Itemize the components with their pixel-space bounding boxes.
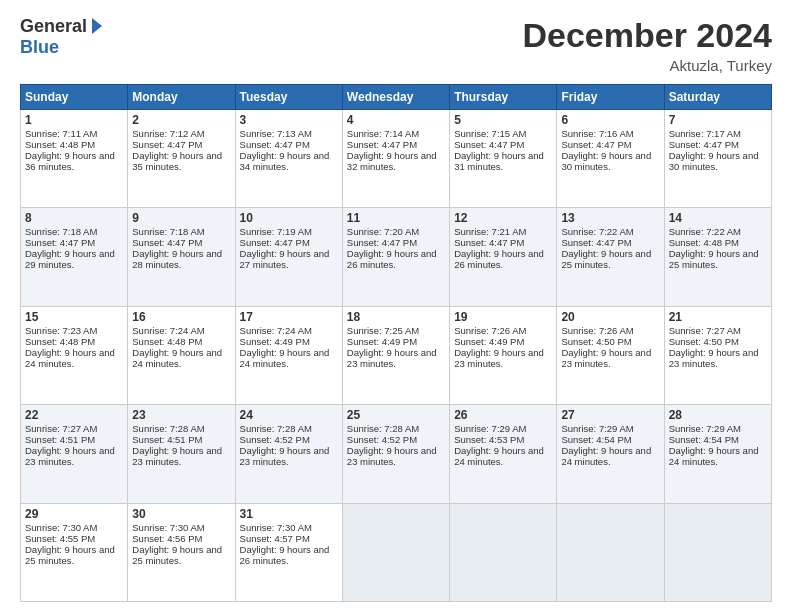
daylight-text: Daylight: 9 hours and 23 minutes.: [132, 445, 222, 467]
sunset-text: Sunset: 4:47 PM: [561, 237, 631, 248]
day-number: 3: [240, 113, 338, 127]
sunset-text: Sunset: 4:48 PM: [132, 336, 202, 347]
sunset-text: Sunset: 4:57 PM: [240, 533, 310, 544]
calendar-week-row: 15Sunrise: 7:23 AMSunset: 4:48 PMDayligh…: [21, 306, 772, 404]
logo-general: General: [20, 16, 87, 37]
day-number: 1: [25, 113, 123, 127]
calendar-cell: 1Sunrise: 7:11 AMSunset: 4:48 PMDaylight…: [21, 110, 128, 208]
calendar-table: SundayMondayTuesdayWednesdayThursdayFrid…: [20, 84, 772, 602]
day-number: 21: [669, 310, 767, 324]
sunset-text: Sunset: 4:50 PM: [561, 336, 631, 347]
daylight-text: Daylight: 9 hours and 36 minutes.: [25, 150, 115, 172]
calendar-cell: [557, 503, 664, 601]
sunset-text: Sunset: 4:54 PM: [669, 434, 739, 445]
day-number: 7: [669, 113, 767, 127]
day-number: 9: [132, 211, 230, 225]
calendar-cell: 30Sunrise: 7:30 AMSunset: 4:56 PMDayligh…: [128, 503, 235, 601]
day-number: 19: [454, 310, 552, 324]
calendar-header-wednesday: Wednesday: [342, 85, 449, 110]
sunset-text: Sunset: 4:47 PM: [347, 139, 417, 150]
sunset-text: Sunset: 4:47 PM: [454, 237, 524, 248]
calendar-cell: 7Sunrise: 7:17 AMSunset: 4:47 PMDaylight…: [664, 110, 771, 208]
daylight-text: Daylight: 9 hours and 31 minutes.: [454, 150, 544, 172]
daylight-text: Daylight: 9 hours and 30 minutes.: [561, 150, 651, 172]
calendar-cell: 17Sunrise: 7:24 AMSunset: 4:49 PMDayligh…: [235, 306, 342, 404]
day-number: 14: [669, 211, 767, 225]
sunset-text: Sunset: 4:55 PM: [25, 533, 95, 544]
calendar-cell: 10Sunrise: 7:19 AMSunset: 4:47 PMDayligh…: [235, 208, 342, 306]
daylight-text: Daylight: 9 hours and 26 minutes.: [347, 248, 437, 270]
daylight-text: Daylight: 9 hours and 23 minutes.: [240, 445, 330, 467]
daylight-text: Daylight: 9 hours and 28 minutes.: [132, 248, 222, 270]
calendar-cell: 12Sunrise: 7:21 AMSunset: 4:47 PMDayligh…: [450, 208, 557, 306]
day-number: 31: [240, 507, 338, 521]
sunset-text: Sunset: 4:47 PM: [25, 237, 95, 248]
sunrise-text: Sunrise: 7:25 AM: [347, 325, 419, 336]
header: General Blue December 2024 Aktuzla, Turk…: [20, 16, 772, 74]
sunset-text: Sunset: 4:48 PM: [25, 336, 95, 347]
calendar-cell: 9Sunrise: 7:18 AMSunset: 4:47 PMDaylight…: [128, 208, 235, 306]
day-number: 12: [454, 211, 552, 225]
daylight-text: Daylight: 9 hours and 24 minutes.: [454, 445, 544, 467]
calendar-cell: [342, 503, 449, 601]
sunset-text: Sunset: 4:47 PM: [132, 237, 202, 248]
sunrise-text: Sunrise: 7:15 AM: [454, 128, 526, 139]
calendar-header-saturday: Saturday: [664, 85, 771, 110]
sunset-text: Sunset: 4:49 PM: [347, 336, 417, 347]
sunrise-text: Sunrise: 7:30 AM: [132, 522, 204, 533]
sunrise-text: Sunrise: 7:12 AM: [132, 128, 204, 139]
calendar-body: 1Sunrise: 7:11 AMSunset: 4:48 PMDaylight…: [21, 110, 772, 602]
calendar-cell: 28Sunrise: 7:29 AMSunset: 4:54 PMDayligh…: [664, 405, 771, 503]
calendar-cell: 31Sunrise: 7:30 AMSunset: 4:57 PMDayligh…: [235, 503, 342, 601]
calendar-cell: 27Sunrise: 7:29 AMSunset: 4:54 PMDayligh…: [557, 405, 664, 503]
day-number: 15: [25, 310, 123, 324]
day-number: 2: [132, 113, 230, 127]
day-number: 28: [669, 408, 767, 422]
sunrise-text: Sunrise: 7:11 AM: [25, 128, 97, 139]
daylight-text: Daylight: 9 hours and 30 minutes.: [669, 150, 759, 172]
day-number: 13: [561, 211, 659, 225]
sunset-text: Sunset: 4:47 PM: [561, 139, 631, 150]
calendar-week-row: 22Sunrise: 7:27 AMSunset: 4:51 PMDayligh…: [21, 405, 772, 503]
daylight-text: Daylight: 9 hours and 24 minutes.: [561, 445, 651, 467]
calendar-cell: 6Sunrise: 7:16 AMSunset: 4:47 PMDaylight…: [557, 110, 664, 208]
sunrise-text: Sunrise: 7:14 AM: [347, 128, 419, 139]
sunrise-text: Sunrise: 7:22 AM: [561, 226, 633, 237]
daylight-text: Daylight: 9 hours and 24 minutes.: [669, 445, 759, 467]
day-number: 20: [561, 310, 659, 324]
calendar-header-monday: Monday: [128, 85, 235, 110]
day-number: 22: [25, 408, 123, 422]
daylight-text: Daylight: 9 hours and 34 minutes.: [240, 150, 330, 172]
calendar-header-friday: Friday: [557, 85, 664, 110]
sunset-text: Sunset: 4:56 PM: [132, 533, 202, 544]
sunrise-text: Sunrise: 7:28 AM: [132, 423, 204, 434]
daylight-text: Daylight: 9 hours and 27 minutes.: [240, 248, 330, 270]
calendar-cell: 21Sunrise: 7:27 AMSunset: 4:50 PMDayligh…: [664, 306, 771, 404]
sunrise-text: Sunrise: 7:20 AM: [347, 226, 419, 237]
sunset-text: Sunset: 4:52 PM: [240, 434, 310, 445]
sunrise-text: Sunrise: 7:19 AM: [240, 226, 312, 237]
day-number: 10: [240, 211, 338, 225]
day-number: 25: [347, 408, 445, 422]
day-number: 24: [240, 408, 338, 422]
calendar-week-row: 29Sunrise: 7:30 AMSunset: 4:55 PMDayligh…: [21, 503, 772, 601]
calendar-cell: 20Sunrise: 7:26 AMSunset: 4:50 PMDayligh…: [557, 306, 664, 404]
sunrise-text: Sunrise: 7:28 AM: [240, 423, 312, 434]
calendar-cell: 24Sunrise: 7:28 AMSunset: 4:52 PMDayligh…: [235, 405, 342, 503]
sunset-text: Sunset: 4:49 PM: [240, 336, 310, 347]
sunset-text: Sunset: 4:53 PM: [454, 434, 524, 445]
sunrise-text: Sunrise: 7:18 AM: [25, 226, 97, 237]
sunrise-text: Sunrise: 7:29 AM: [669, 423, 741, 434]
calendar-cell: 16Sunrise: 7:24 AMSunset: 4:48 PMDayligh…: [128, 306, 235, 404]
day-number: 17: [240, 310, 338, 324]
sunrise-text: Sunrise: 7:23 AM: [25, 325, 97, 336]
logo-arrow-icon: [92, 18, 102, 34]
sunset-text: Sunset: 4:47 PM: [454, 139, 524, 150]
day-number: 16: [132, 310, 230, 324]
daylight-text: Daylight: 9 hours and 29 minutes.: [25, 248, 115, 270]
title-block: December 2024 Aktuzla, Turkey: [522, 16, 772, 74]
sunrise-text: Sunrise: 7:13 AM: [240, 128, 312, 139]
sunrise-text: Sunrise: 7:17 AM: [669, 128, 741, 139]
day-number: 11: [347, 211, 445, 225]
sunrise-text: Sunrise: 7:24 AM: [240, 325, 312, 336]
